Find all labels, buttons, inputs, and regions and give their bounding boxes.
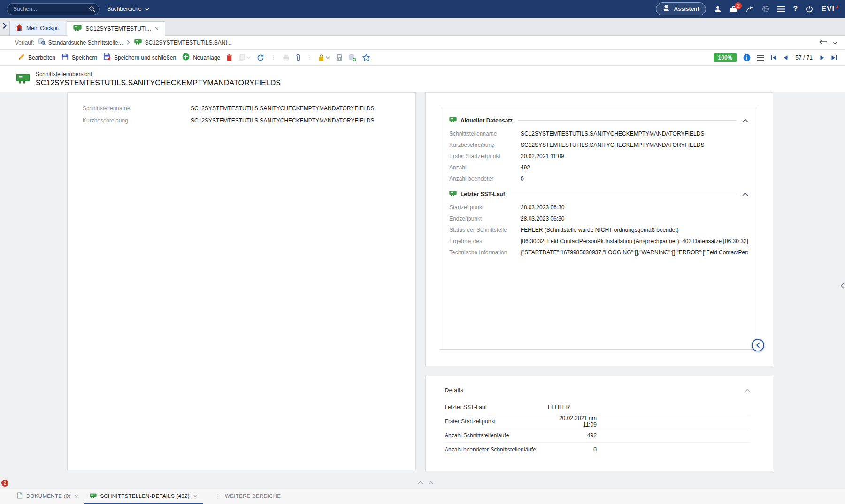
section-last-run-header: Letzter SST-Lauf	[449, 191, 748, 198]
close-icon[interactable]: ×	[193, 493, 197, 500]
form-field: Schnittstellenname SC12SYSTEMTESTUTILS.S…	[83, 105, 406, 112]
refresh-icon[interactable]	[257, 54, 264, 61]
save-button[interactable]: Speichern	[61, 53, 97, 62]
copy-record-icon[interactable]	[238, 54, 251, 61]
interface-card-icon	[73, 24, 82, 32]
field-label: Schnittstellenname	[83, 105, 191, 112]
tab-record[interactable]: SC12SYSTEMTESTUTI... ×	[67, 21, 165, 36]
separator-dots-icon: ⋮	[306, 54, 312, 61]
history-item-record[interactable]: SC12SYSTEMTESTUTILS.SANI...	[134, 39, 231, 46]
interface-form-panel: Schnittstellenname SC12SYSTEMTESTUTILS.S…	[67, 92, 416, 470]
globe-icon[interactable]	[762, 5, 769, 13]
new-record-button[interactable]: Neuanlage	[182, 53, 220, 62]
collapse-chevron-icon[interactable]	[742, 119, 748, 122]
details-row: Letzter SST-Lauf FEHLER	[445, 400, 750, 414]
back-arrow-icon[interactable]	[819, 39, 827, 46]
weitere-bereiche-button[interactable]: ⋮ WEITERE BEREICHE	[209, 489, 287, 504]
notification-badge: 2	[735, 2, 742, 9]
favorite-star-icon[interactable]	[362, 54, 370, 61]
interface-card-icon	[134, 39, 142, 46]
calculator-icon[interactable]	[336, 54, 342, 61]
info-field: Kurzbeschreibung SC12SYSTEMTESTUTILS.SAN…	[449, 142, 748, 148]
details-title: Details	[445, 387, 463, 394]
expand-up-chevron[interactable]	[428, 481, 434, 484]
save-close-button[interactable]: Speichern und schließen	[103, 53, 176, 62]
collapse-up-chevron[interactable]	[418, 481, 423, 484]
new-record-label: Neuanlage	[193, 54, 220, 61]
zoom-level-badge[interactable]: 100%	[714, 53, 737, 62]
user-button[interactable]	[714, 5, 722, 13]
database-add-icon[interactable]	[348, 54, 356, 61]
field-value: 492	[521, 164, 748, 171]
tab-label: Mein Cockpit	[26, 25, 59, 31]
tab-schnittstellen-details[interactable]: SCHNITTSTELLEN-DETAILS (492) ×	[84, 489, 203, 504]
field-label: Kurzbeschreibung	[449, 142, 521, 148]
edit-button[interactable]: Bearbeiten	[18, 53, 55, 62]
field-value: {"STARTDATE":1679985030937,"LOGGING":[],…	[521, 249, 748, 256]
help-button[interactable]: ?	[793, 5, 798, 13]
tab-label: SCHNITTSTELLEN-DETAILS (492)	[100, 493, 190, 499]
section-divider	[511, 194, 737, 194]
history-label: Verlauf:	[15, 39, 34, 46]
info-field: Anzahl 492	[449, 164, 748, 171]
search-areas-label: Suchbereiche	[107, 6, 141, 12]
tab-mein-cockpit[interactable]: Mein Cockpit	[9, 21, 65, 35]
bottom-tabbar: DOKUMENTE (0) × SCHNITTSTELLEN-DETAILS (…	[0, 489, 845, 504]
details-label: Letzter SST-Lauf	[445, 404, 548, 411]
history-dropdown-chevron[interactable]	[833, 39, 837, 46]
field-label: Anzahl	[449, 164, 521, 171]
panel-collapse-button[interactable]	[752, 339, 764, 351]
info-field: Anzahl beendeter 0	[449, 176, 748, 182]
info-field: Status der Schnittstelle FEHLER (Schnitt…	[449, 227, 748, 233]
details-status-link[interactable]: FEHLER	[548, 404, 597, 411]
topbar: Suchbereiche Assistent 2 ?	[0, 0, 845, 18]
field-value: 28.03.2023 06:30	[521, 204, 748, 211]
list-icon[interactable]	[777, 6, 785, 12]
record-info-panel: Aktueller Datensatz Schnittstellenname S…	[425, 92, 773, 366]
search-areas-dropdown[interactable]: Suchbereiche	[107, 6, 150, 12]
expand-nav-chevron[interactable]	[3, 23, 7, 30]
details-value: 0	[548, 446, 597, 453]
close-icon[interactable]: ×	[155, 25, 159, 32]
page-title: SC12SYSTEMTESTUTILS.SANITYCHECKEMPTYMAND…	[36, 79, 281, 87]
document-icon	[17, 492, 23, 500]
page-header: Schnittstellenübersicht SC12SYSTEMTESTUT…	[0, 66, 845, 92]
collapse-chevron-icon[interactable]	[745, 387, 750, 394]
more-areas-label: WEITERE BEREICHE	[225, 493, 281, 499]
details-row: Anzahl Schnittstellenläufe 492	[445, 428, 750, 443]
print-icon[interactable]	[283, 54, 290, 61]
topbar-right-icons: Assistent 2 ? EVI	[656, 2, 838, 15]
delete-icon[interactable]	[226, 54, 232, 61]
search-icon[interactable]	[89, 6, 95, 14]
section-divider	[518, 120, 737, 121]
info-icon[interactable]	[743, 54, 751, 61]
next-record-icon[interactable]	[820, 55, 825, 61]
redo-icon[interactable]	[746, 6, 754, 12]
briefcase-button[interactable]: 2	[730, 6, 738, 13]
info-field: Ergebnis des [06:30:32] Feld ContactPers…	[449, 238, 748, 244]
previous-record-icon[interactable]	[783, 55, 788, 61]
menu-icon[interactable]	[757, 55, 764, 61]
field-value: 28.03.2023 06:30	[521, 215, 748, 222]
history-item-search[interactable]: Standardsuche Schnittstelle...	[38, 38, 123, 46]
search-input[interactable]	[7, 3, 100, 15]
search-list-icon	[38, 38, 46, 46]
first-record-icon[interactable]	[770, 55, 777, 61]
details-label: Erster Startzeitpunkt	[445, 418, 548, 425]
info-field: Startzeitpunkt 28.03.2023 06:30	[449, 204, 748, 211]
close-icon[interactable]: ×	[75, 493, 78, 500]
chevron-down-icon	[145, 6, 150, 12]
main-content: Schnittstellenname SC12SYSTEMTESTUTILS.S…	[0, 92, 845, 489]
edge-expand-chevron[interactable]	[840, 283, 844, 290]
field-label: Schnittstellenname	[449, 130, 521, 137]
attachment-icon[interactable]	[296, 54, 300, 61]
details-label: Anzahl beendeter Schnittstellenläufe	[445, 446, 548, 453]
details-row: Erster Startzeitpunkt 20.02.2021 um 11:0…	[445, 414, 750, 428]
lock-icon[interactable]	[318, 54, 330, 61]
power-icon[interactable]	[806, 5, 813, 13]
assistant-button[interactable]: Assistent	[656, 2, 706, 15]
collapse-chevron-icon[interactable]	[742, 192, 748, 196]
chevron-right-icon	[127, 39, 130, 46]
tab-dokumente[interactable]: DOKUMENTE (0) ×	[11, 489, 84, 504]
last-record-icon[interactable]	[831, 55, 837, 61]
